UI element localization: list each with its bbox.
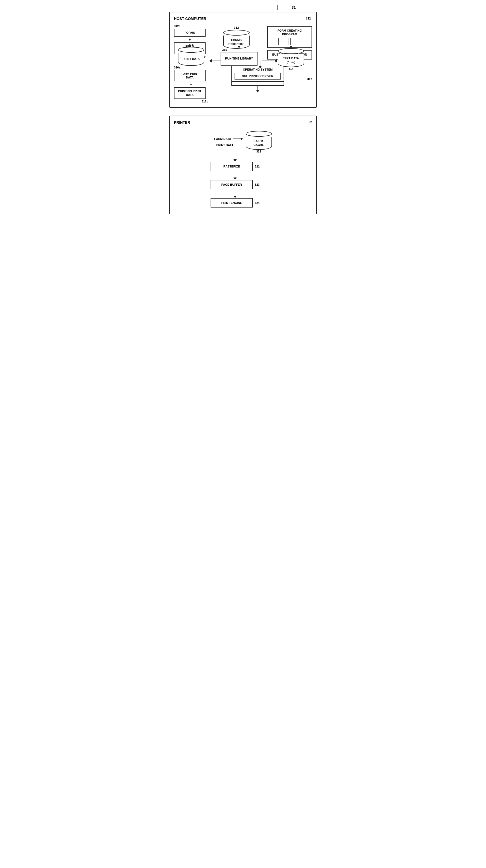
ref-31: 31 [291, 5, 296, 9]
print-data-printer-label: PRINT DATA [217, 144, 233, 147]
rasterize-box: RASTERIZE [210, 162, 253, 171]
form-data-arrow-line [233, 138, 240, 139]
printer-driver-box: 318 PRINTER DRIVER [234, 73, 281, 80]
rasterize-to-pagebuffer-arrow [233, 172, 237, 180]
ref-317: 317 [307, 78, 312, 81]
form-cache-cylinder: FORMCACHE [246, 131, 272, 150]
os-label: OPERATING SYSTEM [234, 68, 281, 71]
printer-section: PRINTER 32 FORM DATA PRINT DATA [169, 116, 317, 214]
forms-box: FORMS [174, 29, 206, 37]
to-rasterize-arrow [233, 154, 237, 162]
form-cache-label: FORMCACHE [246, 137, 272, 150]
ref-318: 318 [242, 74, 247, 78]
pagebuffer-to-printengine-arrow [233, 190, 237, 198]
forms-to-runtime-arrow [237, 40, 240, 48]
output-bar [231, 81, 284, 86]
form-data-label: FORM DATA [214, 137, 231, 141]
printer-label: PRINTER [174, 120, 190, 125]
host-computer-label: HOST COMPUTER [174, 17, 206, 21]
runtime-library-box: RUN-TIME LIBRARY [221, 52, 257, 66]
ref-322: 322 [255, 165, 260, 168]
ref-315: 315 [222, 48, 227, 51]
text-data-label: TEXT DATA(*.csv) [278, 54, 304, 67]
host-computer-section: HOST COMPUTER 311 312a FORMS + FIELD ATT… [169, 12, 317, 108]
ref-321: 321 [256, 150, 261, 153]
print-engine-box: PRINT ENGINE [210, 198, 253, 208]
form-data-arrowhead [240, 137, 243, 141]
print-data-arrow-line [235, 145, 243, 145]
output-to-printer-arrow [256, 86, 259, 92]
printer-driver-label: PRINTER DRIVER [249, 74, 273, 78]
ref-316b: 316b [202, 100, 208, 103]
business-to-textdata-arrow [289, 40, 292, 48]
page-buffer-box: PAGE BUFFER [210, 180, 253, 189]
connector-line [243, 108, 243, 116]
text-data-cylinder: TEXT DATA(*.csv) [278, 48, 304, 67]
os-block: OPERATING SYSTEM 318 PRINTER DRIVER [231, 66, 284, 82]
ref-324: 324 [255, 201, 260, 204]
print-data-cylinder: PRINT DATA [178, 47, 204, 66]
print-data-label: PRINT DATA [178, 53, 204, 66]
form-cache-area: FORMCACHE 321 [246, 131, 272, 153]
ref-312: 312 [234, 26, 239, 29]
ref-314: 314 [289, 67, 293, 70]
form-print-data-box: FORM PRINT DATA [174, 70, 206, 82]
ref-323: 323 [255, 183, 260, 186]
printing-print-data-box: PRINTING PRINT DATA [174, 87, 206, 99]
ref-311: 311 [306, 17, 311, 20]
ref-316: 316 [189, 44, 194, 47]
ref-312a: 312a [174, 25, 180, 28]
ref-32: 32 [309, 120, 312, 124]
form-creating-label: FORM CREATING PROGRAM [270, 29, 309, 36]
diagram-container: 31 HOST COMPUTER 311 312a FORMS + FIELD … [169, 5, 317, 219]
plus-sign-2: + [174, 82, 208, 86]
